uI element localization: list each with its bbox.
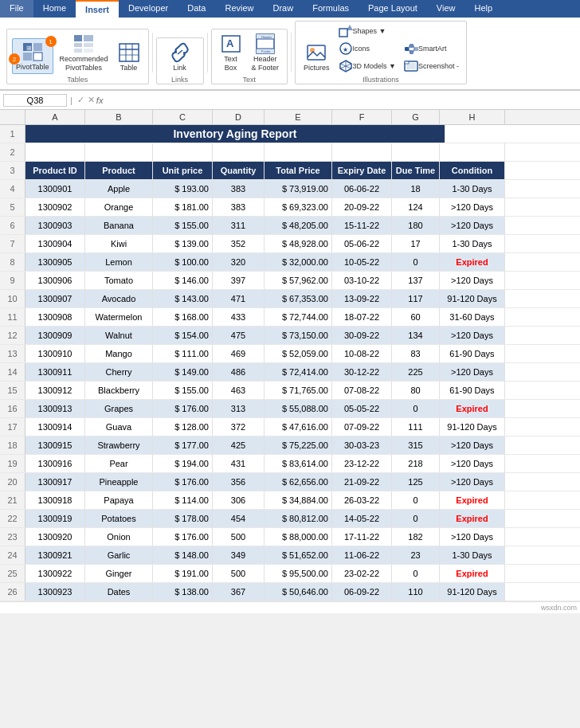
table-cell[interactable]: 218 (392, 455, 440, 472)
table-cell[interactable]: 180 (392, 217, 440, 234)
table-cell[interactable]: Onion (85, 528, 153, 546)
tab-home[interactable]: Home (33, 0, 76, 18)
table-cell[interactable]: 15-11-22 (332, 217, 392, 234)
table-cell[interactable]: 431 (213, 455, 265, 472)
table-cell[interactable]: $ 62,656.00 (265, 473, 332, 491)
table-cell[interactable]: 18-07-22 (332, 308, 392, 326)
table-cell[interactable]: Blackberry (85, 382, 153, 399)
table-cell[interactable]: $ 67,353.00 (265, 290, 332, 307)
table-cell[interactable]: 30-12-22 (332, 363, 392, 381)
table-cell[interactable]: $ 148.00 (153, 546, 213, 564)
tab-view[interactable]: View (427, 0, 465, 18)
table-button[interactable]: Table (115, 40, 143, 74)
hdr-unit-price[interactable]: Unit price (153, 162, 213, 179)
table-cell[interactable]: 1300909 (25, 327, 85, 344)
table-cell[interactable]: 225 (392, 363, 440, 381)
table-cell[interactable]: 1300917 (25, 473, 85, 491)
table-cell[interactable]: Papaya (85, 491, 153, 509)
formula-input[interactable] (106, 96, 577, 105)
table-cell[interactable]: 463 (213, 382, 265, 399)
table-cell[interactable]: 111 (392, 418, 440, 436)
table-cell[interactable]: 13-09-22 (332, 290, 392, 307)
table-cell[interactable]: $ 139.00 (153, 235, 213, 252)
pictures-button[interactable]: Pictures (300, 40, 333, 74)
table-cell[interactable]: 07-09-22 (332, 418, 392, 436)
table-cell[interactable]: $ 55,088.00 (265, 400, 332, 417)
table-cell[interactable]: $ 88,000.00 (265, 528, 332, 546)
table-cell[interactable]: 17 (392, 235, 440, 252)
table-cell[interactable]: 1300906 (25, 272, 85, 289)
header-footer-button[interactable]: Header Footer Header& Footer (249, 31, 283, 74)
table-cell[interactable]: 14-05-22 (332, 510, 392, 527)
table-cell[interactable]: >120 Days (440, 436, 505, 454)
table-cell[interactable]: 1300907 (25, 290, 85, 307)
table-cell[interactable]: 500 (213, 528, 265, 546)
tab-help[interactable]: Help (464, 0, 502, 18)
table-cell[interactable]: 05-05-22 (332, 400, 392, 417)
table-cell[interactable]: 383 (213, 180, 265, 198)
table-cell[interactable]: 80 (392, 382, 440, 399)
table-cell[interactable]: 124 (392, 198, 440, 216)
table-cell[interactable]: 313 (213, 400, 265, 417)
table-cell[interactable]: 23 (392, 546, 440, 564)
col-header-h[interactable]: H (440, 110, 505, 124)
table-cell[interactable]: $ 154.00 (153, 327, 213, 344)
table-cell[interactable]: $ 71,765.00 (265, 382, 332, 399)
table-cell[interactable]: $ 143.00 (153, 290, 213, 307)
table-cell[interactable]: Pineapple (85, 473, 153, 491)
table-cell[interactable]: $ 34,884.00 (265, 491, 332, 509)
table-cell[interactable]: Orange (85, 198, 153, 216)
table-cell[interactable]: 1300912 (25, 382, 85, 399)
table-cell[interactable]: 315 (392, 436, 440, 454)
cell-2d[interactable] (213, 143, 265, 161)
table-cell[interactable]: Garlic (85, 546, 153, 564)
table-cell[interactable]: 18 (392, 180, 440, 198)
cell-2h[interactable] (440, 143, 505, 161)
hdr-quantity[interactable]: Quantity (213, 162, 265, 179)
table-cell[interactable]: 1300923 (25, 583, 85, 601)
table-cell[interactable]: 03-10-22 (332, 272, 392, 289)
table-cell[interactable]: $ 114.00 (153, 491, 213, 509)
table-cell[interactable]: $ 176.00 (153, 528, 213, 546)
table-cell[interactable]: $ 48,928.00 (265, 235, 332, 252)
cell-2a[interactable] (25, 143, 85, 161)
table-cell[interactable]: 320 (213, 253, 265, 271)
table-cell[interactable]: $ 178.00 (153, 510, 213, 527)
table-cell[interactable]: $ 149.00 (153, 363, 213, 381)
table-cell[interactable]: 433 (213, 308, 265, 326)
table-cell[interactable]: 134 (392, 327, 440, 344)
table-cell[interactable]: $ 52,059.00 (265, 345, 332, 362)
table-cell[interactable]: 1300905 (25, 253, 85, 271)
table-cell[interactable]: 425 (213, 436, 265, 454)
table-cell[interactable]: Potatoes (85, 510, 153, 527)
table-cell[interactable]: 182 (392, 528, 440, 546)
table-cell[interactable]: >120 Days (440, 528, 505, 546)
table-cell[interactable]: 0 (392, 491, 440, 509)
table-cell[interactable]: 486 (213, 363, 265, 381)
tab-formulas[interactable]: Formulas (303, 0, 359, 18)
table-cell[interactable]: 1300916 (25, 455, 85, 472)
table-cell[interactable]: Banana (85, 217, 153, 234)
col-header-d[interactable]: D (213, 110, 265, 124)
table-cell[interactable]: 1300911 (25, 363, 85, 381)
cell-2g[interactable] (392, 143, 440, 161)
table-cell[interactable]: 83 (392, 345, 440, 362)
table-cell[interactable]: Expired (440, 400, 505, 417)
table-cell[interactable]: 91-120 Days (440, 290, 505, 307)
tab-page-layout[interactable]: Page Layout (359, 0, 427, 18)
table-cell[interactable]: >120 Days (440, 217, 505, 234)
tab-developer[interactable]: Developer (119, 0, 178, 18)
table-cell[interactable]: 383 (213, 198, 265, 216)
table-cell[interactable]: 1300902 (25, 198, 85, 216)
table-cell[interactable]: 26-03-22 (332, 491, 392, 509)
table-cell[interactable]: 137 (392, 272, 440, 289)
table-cell[interactable]: $ 146.00 (153, 272, 213, 289)
table-cell[interactable]: $ 73,919.00 (265, 180, 332, 198)
table-cell[interactable]: $ 95,500.00 (265, 565, 332, 582)
table-cell[interactable]: >120 Days (440, 455, 505, 472)
table-cell[interactable]: $ 73,150.00 (265, 327, 332, 344)
table-cell[interactable]: 475 (213, 327, 265, 344)
table-cell[interactable]: $ 111.00 (153, 345, 213, 362)
table-cell[interactable]: 10-08-22 (332, 345, 392, 362)
table-cell[interactable]: 1300920 (25, 528, 85, 546)
